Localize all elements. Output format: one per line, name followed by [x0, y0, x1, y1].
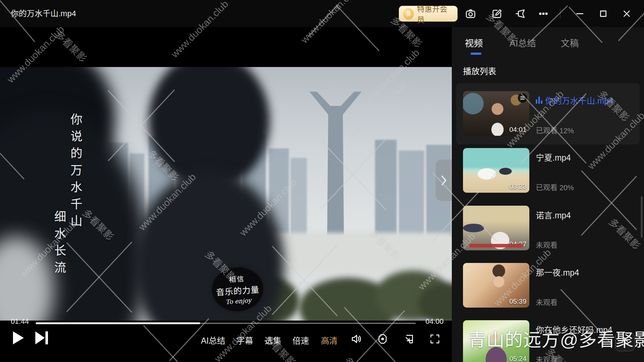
quality-button[interactable]: 高清 [321, 334, 338, 346]
playlist-item[interactable]: 04:37 诺言.mp4 未观看 [452, 206, 644, 263]
scroll-to-top-button[interactable] [615, 332, 635, 351]
sidebar: 视频 AI总结 文稿 播放列表 04:01 你的万水千山.mp4 已观看 12%… [452, 27, 644, 362]
close-button[interactable] [621, 8, 632, 19]
video-thumbnail[interactable]: 05:39 [463, 263, 529, 308]
window-title: 你的万水千山.mp4 [11, 0, 76, 27]
speed-button[interactable]: 倍速 [292, 334, 309, 346]
playlist-header: 播放列表 [463, 64, 496, 77]
ai-summary-button[interactable]: AI总结 [201, 334, 225, 346]
close-icon [621, 8, 632, 19]
record-lens-icon [377, 333, 388, 345]
ellipsis-icon [538, 8, 549, 19]
lyrics-column-2: 细水长流 [50, 210, 68, 278]
picture-in-picture-icon [403, 333, 415, 345]
video-thumbnail[interactable]: 03:23 [463, 148, 529, 193]
playlist-item[interactable]: 03:23 宁夏.mp4 已观看 20% [452, 148, 644, 205]
video-player-window: 你的万水千山.mp4 S 特惠开会员 [0, 0, 644, 362]
playlist-scrollbar[interactable] [641, 196, 643, 238]
video-thumbnail[interactable]: 05:24 [463, 320, 529, 362]
thumbnail-menu-icon [518, 93, 527, 103]
tab-transcript[interactable]: 文稿 [561, 36, 579, 49]
skyscraper-tower [309, 91, 362, 236]
play-button[interactable] [13, 331, 24, 344]
building-silhouette [399, 151, 424, 237]
subtitles-button[interactable]: 字幕 [237, 334, 253, 346]
maximize-icon [598, 8, 609, 19]
playlist-item-title[interactable]: 宁夏.mp4 [536, 151, 571, 163]
fullscreen-button[interactable] [429, 333, 441, 345]
active-tab-indicator [471, 53, 481, 55]
playlist-item-title[interactable]: 你在他乡还好吗.mp4 [536, 323, 612, 335]
minimize-button[interactable] [574, 8, 586, 19]
watch-status: 已观看 20% [536, 182, 574, 192]
vip-membership-button[interactable]: S 特惠开会员 [399, 6, 458, 22]
camera-icon [465, 8, 476, 19]
screenshot-camera-button[interactable] [465, 8, 476, 19]
titlebar: 你的万水千山.mp4 S 特惠开会员 [0, 0, 644, 27]
note-edit-icon [491, 8, 502, 19]
titlebar-divider [560, 9, 560, 19]
logo-text-line2: 音乐的力量 [216, 283, 260, 298]
lyrics-column-1: 你说的万水千山 [67, 113, 84, 232]
speaker-icon [350, 333, 362, 345]
sidebar-collapse-handle[interactable] [436, 160, 452, 201]
progress-bar[interactable] [36, 322, 416, 324]
total-time: 04:00 [425, 317, 444, 326]
minimize-icon [574, 8, 585, 19]
watch-status: 未观看 [536, 240, 557, 250]
chevron-right-icon [440, 174, 448, 187]
progress-played [36, 322, 200, 324]
next-icon [35, 331, 45, 344]
playlist-item-title[interactable]: 你的万水千山.mp4 [536, 94, 613, 106]
pin-on-top-button[interactable] [515, 8, 526, 19]
duration-badge: 05:24 [509, 355, 526, 362]
video-thumbnail[interactable]: 04:37 [463, 206, 529, 250]
duration-badge: 04:01 [509, 126, 526, 134]
duration-badge: 04:37 [509, 240, 526, 248]
playlist-item[interactable]: 04:01 你的万水千山.mp4 已观看 12% [452, 91, 644, 148]
episodes-button[interactable]: 选集 [265, 334, 281, 346]
next-button[interactable] [35, 331, 51, 344]
current-time: 01:44 [11, 317, 29, 326]
video-canvas[interactable]: 你说的万水千山 细水长流 相信 音乐的力量 To enjoy [0, 67, 452, 321]
arrow-up-icon [620, 337, 630, 347]
record-button[interactable] [377, 333, 388, 345]
mini-window-button[interactable] [403, 333, 415, 345]
logo-text-line1: 相信 [229, 273, 245, 284]
tab-video[interactable]: 视频 [465, 36, 483, 49]
duration-badge: 05:39 [509, 298, 526, 305]
logo-text-line3: To enjoy [225, 296, 252, 305]
duration-badge: 03:23 [509, 183, 526, 191]
building-silhouette [375, 140, 397, 236]
volume-button[interactable] [350, 333, 362, 345]
now-playing-icon [536, 97, 542, 104]
building-silhouette [291, 158, 307, 237]
maximize-button[interactable] [597, 8, 609, 19]
playlist-item-title[interactable]: 那一夜.mp4 [536, 266, 579, 278]
player-area: 你说的万水千山 细水长流 相信 音乐的力量 To enjoy 01:44 04:… [0, 27, 452, 362]
notes-edit-button[interactable] [491, 8, 503, 19]
more-options-button[interactable] [538, 8, 549, 19]
tab-ai-summary[interactable]: AI总结 [510, 36, 536, 49]
pin-icon [515, 8, 526, 19]
vip-button-label: 特惠开会员 [417, 3, 453, 24]
playlist-item[interactable]: 05:39 那一夜.mp4 未观看 [452, 263, 644, 320]
playlist-item-title[interactable]: 诺言.mp4 [536, 209, 571, 221]
fullscreen-icon [429, 333, 441, 345]
watch-status: 未观看 [536, 354, 557, 362]
watch-status: 未观看 [536, 297, 557, 307]
watch-status: 已观看 12% [536, 125, 574, 135]
video-thumbnail[interactable]: 04:01 [463, 91, 529, 136]
vip-coin-icon: S [403, 8, 414, 19]
